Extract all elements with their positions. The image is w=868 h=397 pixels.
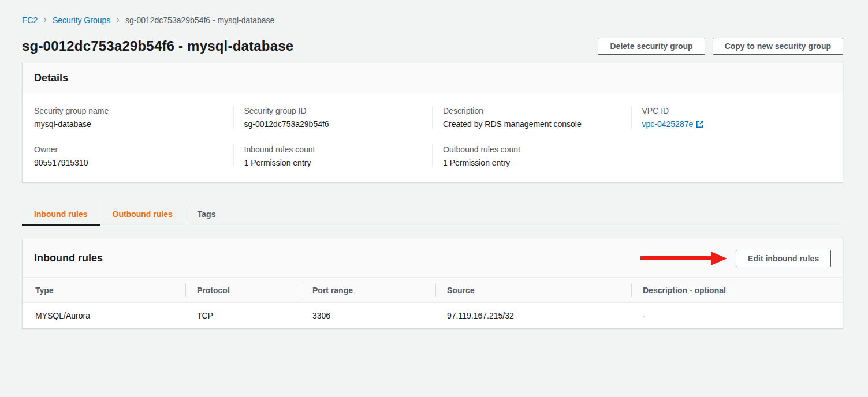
cell-port-range: 3306 bbox=[301, 303, 435, 328]
annotation-arrow-head bbox=[711, 252, 727, 265]
field-value: sg-0012dc753a29b54f6 bbox=[244, 119, 424, 129]
chevron-right-icon: › bbox=[116, 16, 120, 24]
inbound-rules-header: Inbound rules Edit inbound rules bbox=[23, 239, 843, 278]
inbound-rules-title: Inbound rules bbox=[34, 252, 103, 264]
field-label: Security group name bbox=[34, 106, 225, 115]
field-label: Outbound rules count bbox=[443, 145, 623, 154]
cell-type: MYSQL/Aurora bbox=[23, 303, 185, 328]
tab-bar: Inbound rules Outbound rules Tags bbox=[22, 203, 843, 226]
external-link-icon bbox=[696, 120, 704, 128]
page-title: sg-0012dc753a29b54f6 - mysql-database bbox=[22, 38, 293, 54]
column-header-description: Description - optional bbox=[631, 278, 843, 302]
breadcrumb: EC2 › Security Groups › sg-0012dc753a29b… bbox=[22, 16, 843, 25]
vpc-link-label: vpc-0425287e bbox=[642, 119, 694, 129]
edit-inbound-rules-button[interactable]: Edit inbound rules bbox=[736, 250, 831, 267]
field-label: VPC ID bbox=[642, 106, 822, 115]
title-row: sg-0012dc753a29b54f6 - mysql-database De… bbox=[22, 38, 843, 55]
field-label: Description bbox=[443, 106, 623, 115]
tab-inbound-rules[interactable]: Inbound rules bbox=[22, 203, 100, 226]
field-owner: Owner 905517915310 bbox=[34, 145, 233, 167]
column-header-source: Source bbox=[435, 278, 631, 302]
annotation-arrow bbox=[640, 252, 727, 265]
field-vpc-id: VPC ID vpc-0425287e bbox=[631, 106, 830, 129]
breadcrumb-ec2[interactable]: EC2 bbox=[22, 16, 38, 25]
field-value: 1 Permission entry bbox=[443, 158, 623, 167]
tab-tags[interactable]: Tags bbox=[185, 203, 228, 226]
field-security-group-name: Security group name mysql-database bbox=[34, 106, 233, 129]
copy-to-new-security-group-button[interactable]: Copy to new security group bbox=[713, 38, 843, 55]
cell-source: 97.119.167.215/32 bbox=[435, 303, 631, 328]
field-outbound-rules-count: Outbound rules count 1 Permission entry bbox=[432, 145, 631, 167]
field-value: mysql-database bbox=[34, 119, 225, 129]
details-panel-header: Details bbox=[23, 63, 843, 93]
column-header-port-range: Port range bbox=[301, 278, 435, 302]
field-inbound-rules-count: Inbound rules count 1 Permission entry bbox=[233, 145, 433, 167]
delete-security-group-button[interactable]: Delete security group bbox=[598, 38, 705, 55]
details-title: Details bbox=[34, 72, 68, 84]
field-description: Description Created by RDS management co… bbox=[432, 106, 631, 129]
details-panel: Details Security group name mysql-databa… bbox=[22, 63, 843, 183]
page: EC2 › Security Groups › sg-0012dc753a29b… bbox=[0, 0, 868, 329]
details-body: Security group name mysql-database Secur… bbox=[23, 93, 843, 182]
table-row: MYSQL/Aurora TCP 3306 97.119.167.215/32 … bbox=[23, 303, 843, 328]
vpc-link[interactable]: vpc-0425287e bbox=[642, 119, 705, 129]
page-actions: Delete security group Copy to new securi… bbox=[598, 38, 843, 55]
field-label: Inbound rules count bbox=[244, 145, 424, 154]
column-header-type: Type bbox=[23, 278, 185, 302]
chevron-right-icon: › bbox=[43, 16, 47, 24]
field-label: Security group ID bbox=[244, 106, 424, 115]
annotation-arrow-tail bbox=[640, 256, 711, 260]
field-label: Owner bbox=[34, 145, 225, 154]
inbound-rules-panel: Inbound rules Edit inbound rules Type Pr… bbox=[22, 239, 843, 329]
cell-description: - bbox=[631, 303, 843, 328]
field-value: Created by RDS management console bbox=[443, 119, 623, 129]
field-security-group-id: Security group ID sg-0012dc753a29b54f6 bbox=[233, 106, 433, 129]
tab-outbound-rules[interactable]: Outbound rules bbox=[100, 203, 185, 226]
field-value: 905517915310 bbox=[34, 158, 225, 167]
field-value: 1 Permission entry bbox=[244, 158, 424, 167]
cell-protocol: TCP bbox=[185, 303, 301, 328]
breadcrumb-security-groups[interactable]: Security Groups bbox=[53, 16, 110, 25]
column-header-protocol: Protocol bbox=[185, 278, 301, 302]
breadcrumb-current: sg-0012dc753a29b54f6 - mysql-database bbox=[125, 16, 274, 25]
inbound-rules-table-header: Type Protocol Port range Source Descript… bbox=[23, 278, 843, 303]
